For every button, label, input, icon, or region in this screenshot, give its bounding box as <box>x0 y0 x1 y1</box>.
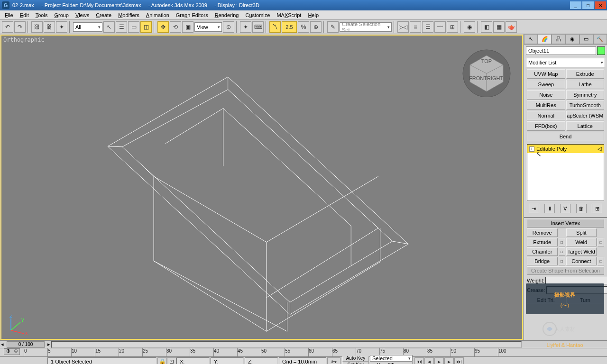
modifier-lathe[interactable]: Lathe <box>566 80 605 89</box>
close-button[interactable]: ✕ <box>595 1 606 9</box>
selection-filter-combo[interactable]: All <box>73 22 102 32</box>
key-filters-button[interactable]: Key Filters... <box>370 362 413 364</box>
tick-35[interactable]: 35 <box>190 348 213 356</box>
tick-95[interactable]: 95 <box>474 348 498 356</box>
make-unique-button[interactable]: ∀ <box>560 204 570 213</box>
lock-selection-button[interactable]: 🔒 <box>157 357 167 364</box>
weld-settings[interactable]: □ <box>598 238 604 246</box>
tick-10[interactable]: 10 <box>71 348 95 356</box>
spinner-snap-button[interactable]: ⊕ <box>310 21 322 33</box>
modifier-sweep[interactable]: Sweep <box>527 80 565 89</box>
manipulate-button[interactable]: ✦ <box>240 21 251 33</box>
extrude-button[interactable]: Extrude <box>527 238 558 246</box>
time-slider[interactable]: 0 / 100 <box>7 341 45 348</box>
render-setup-button[interactable]: ◧ <box>481 21 492 33</box>
timeline-left-arrow[interactable]: ◂ <box>0 341 5 347</box>
insert-vertex-button[interactable]: Insert Vertex <box>527 219 604 228</box>
angle-snap-button[interactable]: 2.5 <box>282 21 297 33</box>
modifier-uvw-map[interactable]: UVW Map <box>527 69 565 79</box>
menu-group[interactable]: Group <box>51 11 72 19</box>
connect-button[interactable]: Connect <box>566 257 597 265</box>
bridge-settings[interactable]: □ <box>559 257 565 265</box>
configure-sets-button[interactable]: ⊞ <box>592 204 602 213</box>
window-crossing-button[interactable]: ◫ <box>140 21 152 33</box>
coord-z[interactable]: Z: <box>245 357 278 364</box>
menu-animation[interactable]: Animation <box>143 11 172 19</box>
select-button[interactable]: ↖ <box>103 21 115 33</box>
viewport[interactable]: Orthographic TOP <box>0 35 523 340</box>
menu-file[interactable]: File <box>2 11 16 19</box>
tick-100[interactable]: 100 <box>498 348 522 356</box>
minimize-button[interactable]: _ <box>570 1 581 9</box>
setkey-button[interactable]: Set Key <box>342 362 369 364</box>
menu-maxscript[interactable]: MAXScript <box>274 11 304 19</box>
coord-x[interactable]: X: <box>176 357 210 364</box>
utilities-tab[interactable]: 🔨 <box>593 34 607 44</box>
modifier-apscaler-wsm[interactable]: apScaler (WSM <box>566 111 605 120</box>
expand-icon[interactable]: + <box>529 146 534 152</box>
key-mode-combo[interactable]: Selected <box>370 355 413 362</box>
transform-type-in-button[interactable]: ⊡ <box>167 357 176 364</box>
time-ruler[interactable]: ⦿⦾ 0510152025303540455055606570758085909… <box>0 348 607 356</box>
pin-stack-button[interactable]: ⇥ <box>529 204 539 213</box>
next-frame-button[interactable]: ▸ <box>444 357 454 364</box>
tick-85[interactable]: 85 <box>427 348 451 356</box>
modifier-normal[interactable]: Normal <box>527 111 565 120</box>
pivot-center-button[interactable]: ⊙ <box>223 21 234 33</box>
timeline-right-arrow[interactable]: ▸ <box>46 341 51 347</box>
tick-5[interactable]: 5 <box>47 348 71 356</box>
modify-tab[interactable]: 🌈 <box>538 34 552 44</box>
coord-y[interactable]: Y: <box>211 357 244 364</box>
tick-65[interactable]: 65 <box>332 348 356 356</box>
tick-50[interactable]: 50 <box>261 348 285 356</box>
tick-55[interactable]: 55 <box>285 348 308 356</box>
menu-modifiers[interactable]: Modifiers <box>115 11 142 19</box>
stack-item-editable-poly[interactable]: + Editable Poly ◁ <box>527 145 604 153</box>
create-tab[interactable]: ↖ <box>524 34 538 44</box>
modifier-extrude[interactable]: Extrude <box>566 69 605 79</box>
chamfer-button[interactable]: Chamfer <box>527 247 558 256</box>
modifier-lattice[interactable]: Lattice <box>566 121 605 131</box>
modifier-turbosmooth[interactable]: TurboSmooth <box>566 100 605 110</box>
modifier-symmetry[interactable]: Symmetry <box>566 90 605 100</box>
select-by-name-button[interactable]: ☰ <box>116 21 127 33</box>
undo-button[interactable]: ↶ <box>2 21 13 33</box>
object-name-input[interactable] <box>526 46 596 55</box>
modifier-ffd-box-[interactable]: FFD(box) <box>527 121 565 131</box>
layers-button[interactable]: ☰ <box>422 21 433 33</box>
time-slider-bar[interactable]: ◂ 0 / 100 ▸ <box>0 340 607 348</box>
menu-edit[interactable]: Edit <box>17 11 32 19</box>
motion-tab[interactable]: ◉ <box>566 34 579 44</box>
redo-button[interactable]: ↷ <box>14 21 26 33</box>
time-track[interactable] <box>51 341 522 348</box>
material-editor-button[interactable]: ◉ <box>464 21 475 33</box>
display-tab[interactable]: ▭ <box>579 34 593 44</box>
keyboard-shortcut-button[interactable]: ⌨ <box>252 21 264 33</box>
tick-45[interactable]: 45 <box>237 348 261 356</box>
tick-30[interactable]: 30 <box>166 348 190 356</box>
curve-editor-button[interactable]: 〰 <box>434 21 446 33</box>
menu-help[interactable]: Help <box>305 11 322 19</box>
menu-views[interactable]: Views <box>73 11 92 19</box>
weld-button[interactable]: Weld <box>566 238 597 246</box>
percent-snap-button[interactable]: % <box>298 21 309 33</box>
play-button[interactable]: ▸ <box>434 357 444 364</box>
viewcube[interactable]: TOP FRONT RIGHT <box>460 45 513 97</box>
menu-customize[interactable]: Customize <box>242 11 273 19</box>
named-sel-edit-button[interactable]: ✎ <box>327 21 339 33</box>
mirror-button[interactable]: ▷◁ <box>397 21 409 33</box>
tick-40[interactable]: 40 <box>213 348 237 356</box>
key-icon-button[interactable]: 🗝 <box>327 357 340 364</box>
render-button[interactable]: 🫖 <box>506 21 517 33</box>
crease-input[interactable] <box>546 286 607 294</box>
bridge-button[interactable]: Bridge <box>527 257 558 265</box>
goto-start-button[interactable]: ⏮ <box>414 357 424 364</box>
unlink-button[interactable]: ⛓̸ <box>44 21 55 33</box>
prev-frame-button[interactable]: ◂ <box>424 357 434 364</box>
rendered-frame-button[interactable]: ▦ <box>493 21 505 33</box>
key-mode-toggle[interactable]: ⦿⦾ <box>4 348 20 355</box>
menu-create[interactable]: Create <box>93 11 114 19</box>
menu-tools[interactable]: Tools <box>33 11 51 19</box>
hierarchy-tab[interactable]: 品 <box>552 34 565 44</box>
object-color-swatch[interactable] <box>597 46 605 55</box>
